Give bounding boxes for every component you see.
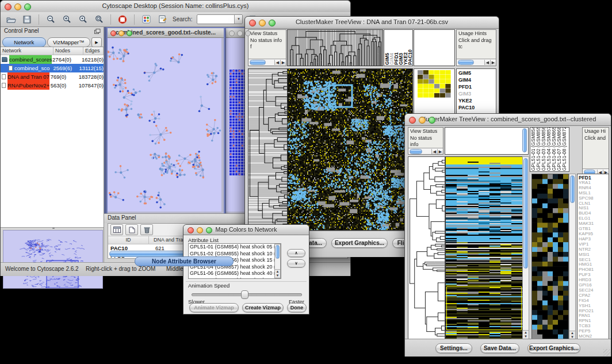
float-panel-icon[interactable] (94, 29, 101, 35)
row-gene-label[interactable]: YKE2 (457, 97, 496, 104)
network-list-row[interactable]: combined_scores 2764(0) 16218(0) (1, 55, 104, 64)
open-folder-icon[interactable] (5, 14, 17, 25)
tv2-status-scrollbar[interactable]: ◀▶ (408, 148, 443, 154)
minimize-button[interactable] (259, 20, 266, 26)
tv2-column-dendrogram-area[interactable] (445, 127, 529, 155)
tv1-status-scrollbar[interactable]: ◀▶ (248, 59, 286, 66)
close-button[interactable] (5, 3, 12, 10)
window-title: Cytoscape Desktop (Session Name: collins… (1, 2, 350, 9)
network-list-row[interactable]: combined_sco 2569(6) 13112(15) (1, 64, 104, 72)
tv2-zoom-heatmap[interactable] (531, 174, 569, 340)
tv1-hints-scrollbar[interactable]: ◀▶ (457, 59, 496, 66)
minimize-button[interactable] (14, 3, 21, 10)
attribute-item[interactable]: GPL51-01 (GSM854) heat shock 05 min (189, 244, 274, 251)
scroll-left-icon[interactable]: ◀ (431, 149, 437, 154)
resize-grip[interactable] (603, 349, 610, 356)
column-gene-label[interactable]: PAC10 (408, 49, 412, 65)
tv1-zoom-heatmap[interactable] (418, 70, 451, 98)
zoom-out-icon[interactable] (45, 14, 56, 25)
annotation-icon[interactable] (156, 14, 168, 25)
tv1-row-dendrogram[interactable] (248, 68, 288, 231)
scroll-right-icon[interactable]: ▶ (280, 60, 286, 65)
search-dropdown-icon[interactable]: ▾ (234, 15, 242, 24)
close-button[interactable] (229, 30, 235, 36)
select-attributes-icon[interactable] (110, 224, 123, 235)
dialog-titlebar[interactable]: Map Colors to Network (183, 225, 309, 235)
save-data-button[interactable]: Save Data... (480, 343, 519, 353)
close-button[interactable] (409, 117, 416, 124)
maximize-button[interactable] (269, 20, 276, 26)
scroll-left-icon[interactable]: ◀ (484, 60, 490, 65)
network-list-row[interactable]: RNAPuberNov2+ 563(0) 107847(0) (1, 81, 104, 90)
tv2-row-dendrogram[interactable] (408, 156, 445, 339)
tv2-heatmap[interactable] (445, 156, 523, 339)
node-attribute-browser-tab[interactable]: Node Attribute Browser (135, 256, 234, 266)
row-gene-label[interactable]: GIM5 (457, 70, 496, 76)
treeview2-titlebar[interactable]: ClusterMaker TreeView : combined_scores_… (405, 114, 611, 126)
scroll-arrows[interactable]: ▲▼ (275, 269, 280, 278)
new-attribute-icon[interactable] (125, 224, 138, 235)
close-button[interactable] (110, 30, 116, 36)
tv2-heatmap-scrollbar[interactable]: ▲▼ (522, 156, 529, 339)
delete-attribute-icon[interactable] (140, 224, 153, 235)
help-lifering-icon[interactable] (117, 14, 128, 25)
maximize-button[interactable] (127, 30, 132, 36)
column-array-label[interactable]: GPL51-08 (GSM872) (562, 127, 567, 171)
minimize-button[interactable] (237, 30, 243, 36)
zoom-selected-icon[interactable] (77, 14, 89, 25)
move-up-button[interactable]: ∧ (287, 249, 305, 257)
network-canvas[interactable] (108, 38, 221, 212)
column-header[interactable]: Nodes (53, 47, 83, 55)
tv2-zoom-scrollbar[interactable]: ▲▼ (569, 174, 576, 340)
vizmap-dots-icon[interactable] (140, 14, 152, 25)
close-button[interactable] (188, 227, 194, 233)
move-down-button[interactable]: ∨ (287, 259, 305, 267)
scroll-left-icon[interactable]: ◀ (274, 60, 280, 65)
save-icon[interactable] (21, 14, 33, 25)
tab-network[interactable]: Network (2, 37, 46, 47)
maximize-button[interactable] (245, 30, 251, 36)
scroll-right-icon[interactable]: ▶ (490, 60, 496, 65)
create-vizmap-button[interactable]: Create Vizmap (242, 303, 284, 312)
done-button[interactable]: Done (287, 303, 307, 312)
row-gene-label[interactable]: GIM3 (457, 90, 496, 97)
tv2-coltree-scrollbar[interactable] (522, 128, 527, 154)
row-gene-label[interactable]: PAC10 (457, 104, 496, 111)
maximize-button[interactable] (429, 117, 435, 124)
birdseye-view[interactable] (3, 230, 103, 289)
minimize-button[interactable] (197, 227, 203, 233)
treeview1-titlebar[interactable]: ClusterMaker TreeView : DNA and Tran 07-… (245, 17, 499, 29)
minimize-button[interactable] (118, 30, 124, 36)
scroll-arrows[interactable]: ▲▼ (523, 330, 529, 339)
network-view-window[interactable]: combined_scores_good.txt--cluste... (106, 27, 225, 213)
zoom-in-icon[interactable] (61, 14, 72, 25)
column-header[interactable]: Network (1, 47, 53, 55)
speed-slider-thumb[interactable] (241, 290, 248, 299)
column-header[interactable]: Edges (83, 47, 104, 55)
attribute-item[interactable]: GPL51-07 (GSM868) heat shock 60 min (189, 277, 274, 279)
maximize-button[interactable] (206, 227, 212, 233)
close-button[interactable] (249, 20, 256, 26)
attribute-item[interactable]: GPL51-06 (GSM865) heat shock 40 min (189, 270, 274, 277)
network-view-titlebar[interactable]: combined_scores_good.txt--cluste... (108, 28, 224, 38)
id-column-header[interactable]: ID (108, 236, 149, 244)
row-gene-label[interactable]: GIM4 (457, 76, 496, 83)
zoom-fit-icon[interactable] (93, 14, 105, 25)
minimize-button[interactable] (419, 117, 426, 124)
scroll-right-icon[interactable]: ▶ (437, 149, 443, 154)
scroll-arrows[interactable]: ▲▼ (569, 331, 575, 339)
row-gene-label[interactable]: PFD1 (457, 83, 496, 90)
attribute-list-scrollbar[interactable]: ▲▼ (274, 244, 281, 278)
cytoscape-titlebar[interactable]: Cytoscape Desktop (Session Name: collins… (1, 1, 350, 13)
tab-vizmapper[interactable]: VizMapper™ (47, 37, 91, 47)
tab-overflow-icon[interactable]: ▶ (91, 37, 102, 47)
tv1-heatmap[interactable] (287, 68, 413, 231)
maximize-button[interactable] (24, 3, 31, 10)
network-list-row[interactable]: DNA and Tran 07 769(0) 183728(0) (1, 72, 104, 81)
settings-button[interactable]: Settings... (435, 343, 472, 353)
animate-vizmap-button[interactable]: Animate Vizmap (189, 303, 239, 312)
search-input[interactable]: ▾ (197, 14, 243, 24)
tv1-column-dendrogram[interactable] (287, 29, 383, 66)
tv1-export-graphics-button[interactable]: Export Graphics... (331, 238, 388, 248)
export-graphics-button[interactable]: Export Graphics... (527, 343, 580, 353)
